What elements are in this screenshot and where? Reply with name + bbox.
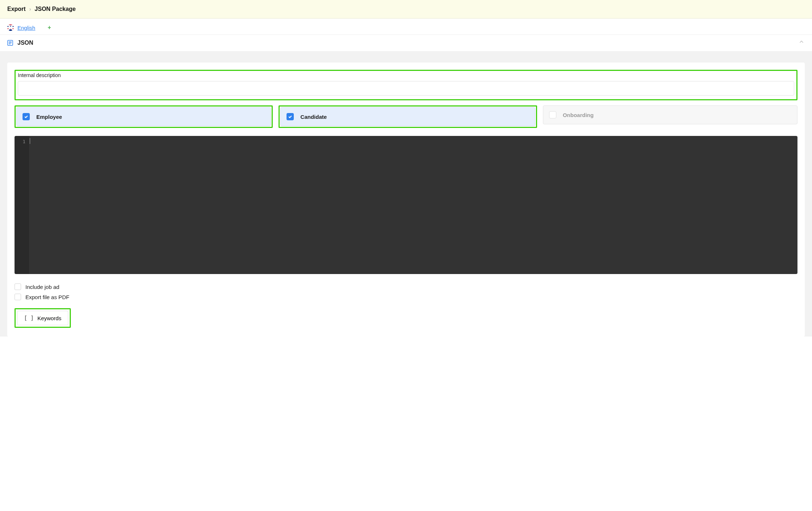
onboarding-card[interactable]: Onboarding [543,105,797,124]
section-header[interactable]: JSON [0,35,812,52]
line-number: 1 [15,139,25,144]
internal-description-group: Internal description [15,70,797,100]
include-job-ad-checkbox[interactable] [15,283,21,290]
add-language-button[interactable]: + [48,24,51,31]
section-title: JSON [17,40,794,46]
brackets-icon: [ ] [24,315,34,321]
type-cards-row: Employee Candidate Onboarding [15,105,797,128]
onboarding-card-wrapper: Onboarding [543,105,797,128]
checkbox-checked-icon [287,113,294,120]
employee-card[interactable]: Employee [16,107,271,126]
breadcrumb-bar: Export › JSON Package [0,0,812,19]
keywords-button[interactable]: [ ] Keywords [17,311,68,325]
checkbox-unchecked-icon [549,111,556,118]
internal-description-input[interactable] [18,81,794,96]
editor-gutter: 1 [15,136,29,274]
employee-card-label: Employee [36,114,62,120]
language-tab-english[interactable]: English [17,25,35,31]
export-pdf-checkbox[interactable] [15,294,21,300]
editor-cursor [30,138,30,144]
checkbox-checked-icon [23,113,30,120]
candidate-card[interactable]: Candidate [280,107,535,126]
editor-body[interactable] [29,136,797,274]
language-tabs: English + [0,19,812,35]
form-panel: Internal description Employee Candidate [7,63,805,337]
candidate-card-label: Candidate [300,114,327,120]
export-pdf-row[interactable]: Export file as PDF [15,292,797,302]
employee-card-highlight: Employee [15,105,273,128]
breadcrumb-current: JSON Package [34,6,76,12]
json-file-icon [7,40,13,46]
keywords-highlight: [ ] Keywords [15,308,71,328]
keywords-button-label: Keywords [37,315,61,321]
include-job-ad-row[interactable]: Include job ad [15,282,797,291]
json-code-editor[interactable]: 1 [15,136,797,274]
internal-description-label: Internal description [18,72,794,78]
chevron-right-icon: › [29,6,31,12]
chevron-up-icon[interactable] [798,39,805,47]
uk-flag-icon [7,24,14,31]
breadcrumb-root[interactable]: Export [7,6,26,12]
main-content: Internal description Employee Candidate [0,52,812,337]
export-pdf-label: Export file as PDF [25,294,69,300]
onboarding-card-label: Onboarding [563,112,594,118]
include-job-ad-label: Include job ad [25,284,59,290]
candidate-card-highlight: Candidate [279,105,537,128]
